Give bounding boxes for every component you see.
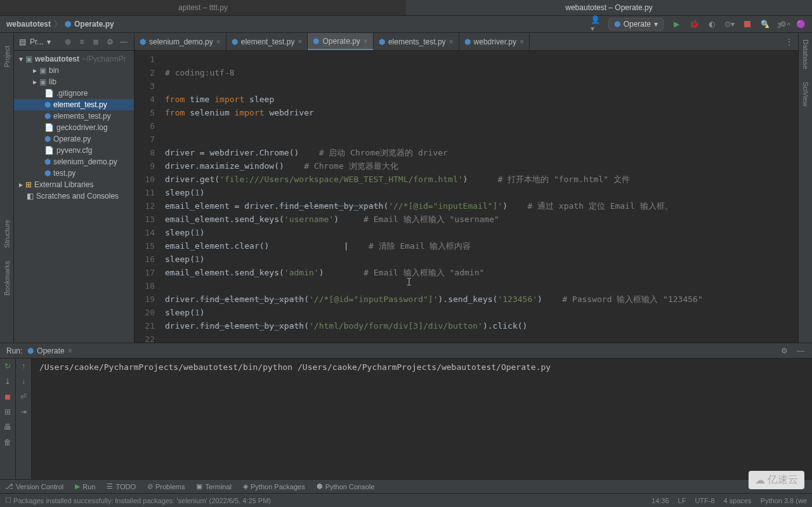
pyconsole-tool-tab[interactable]: ⬢Python Console bbox=[317, 482, 375, 491]
user-icon[interactable]: 👤▾ bbox=[591, 19, 601, 29]
tab-label: Operate.py bbox=[322, 37, 360, 46]
editor-tab[interactable]: ⬢element_test.py× bbox=[226, 33, 308, 50]
layout-icon[interactable]: ⊞ bbox=[3, 407, 13, 417]
tree-label: element_test.py bbox=[53, 100, 107, 109]
macos-tab-inactive[interactable]: apitest – tttt.py bbox=[0, 0, 406, 15]
breadcrumb-file[interactable]: Operate.py bbox=[74, 20, 114, 29]
close-icon[interactable]: × bbox=[520, 37, 524, 46]
editor-tab[interactable]: ⬢selenium_demo.py× bbox=[134, 33, 226, 50]
breadcrumb-project[interactable]: webautotest bbox=[6, 20, 51, 29]
profile-button[interactable]: ⊙▾ bbox=[724, 19, 735, 29]
tab-label: selenium_demo.py bbox=[149, 37, 213, 46]
code-content[interactable]: # coding:utf-8 from time import sleep fr… bbox=[165, 51, 798, 343]
stop-icon[interactable]: ◼ bbox=[3, 392, 13, 402]
rerun-icon[interactable]: ↻ bbox=[3, 361, 13, 371]
editor-tab[interactable]: ⬢elements_test.py× bbox=[374, 33, 459, 50]
terminal-tool-tab[interactable]: ▣Terminal bbox=[196, 482, 232, 491]
tree-file-selected[interactable]: ⬢element_test.py bbox=[14, 99, 134, 110]
console-output[interactable]: /Users/caoke/PycharmProjects/webautotest… bbox=[32, 359, 812, 479]
todo-tool-tab[interactable]: ☰TODO bbox=[107, 482, 136, 491]
tree-label: geckodriver.log bbox=[56, 123, 108, 132]
problems-tool-tab[interactable]: ⊘Problems bbox=[147, 482, 185, 491]
todo-icon: ☰ bbox=[107, 482, 113, 491]
tree-scratches[interactable]: ◧Scratches and Consoles bbox=[14, 190, 134, 202]
tree-ext-libs[interactable]: ▸⊞External Libraries bbox=[14, 179, 134, 190]
debug-button[interactable]: 🐞 bbox=[689, 19, 699, 29]
chevron-down-icon[interactable]: ▾ bbox=[47, 37, 51, 46]
project-tool-tab[interactable]: Project bbox=[3, 46, 11, 67]
tree-file[interactable]: 📄.gitignore bbox=[14, 88, 134, 99]
tree-file[interactable]: ⬢selenium_demo.py bbox=[14, 156, 134, 168]
python-icon: ⬢ bbox=[317, 482, 323, 491]
up-icon[interactable]: ↑ bbox=[18, 361, 29, 371]
tree-file[interactable]: 📄geckodriver.log bbox=[14, 122, 134, 133]
editor-body[interactable]: 12345678910111213141516171819202122 # co… bbox=[134, 51, 798, 343]
delete-icon[interactable]: 🗑 bbox=[3, 437, 13, 447]
close-icon[interactable]: × bbox=[298, 37, 302, 46]
run-tab[interactable]: ⬢ Operate × bbox=[22, 346, 77, 355]
editor-tab-active[interactable]: ⬢Operate.py× bbox=[308, 33, 373, 50]
project-panel: ▤ Pr... ▾ ⊕ ≡ ≣ ⚙ — ▾ ▣ webautotest ~/Py… bbox=[14, 33, 134, 343]
select-opened-icon[interactable]: ⊕ bbox=[63, 37, 73, 47]
macos-tab-active[interactable]: webautotest – Operate.py bbox=[406, 0, 812, 15]
settings-icon[interactable]: ⚙ bbox=[105, 37, 115, 47]
right-toolwindow-bar: Database SciView bbox=[798, 33, 812, 343]
folder-icon: ▣ bbox=[39, 77, 46, 86]
close-icon[interactable]: × bbox=[449, 37, 454, 46]
run-tool-tab[interactable]: ▶Run bbox=[75, 482, 95, 491]
tree-folder-bin[interactable]: ▸▣bin bbox=[14, 65, 134, 76]
project-panel-header: ▤ Pr... ▾ ⊕ ≡ ≣ ⚙ — bbox=[14, 33, 134, 51]
play-icon: ▶ bbox=[75, 482, 80, 491]
scroll-end-icon[interactable]: ⇥ bbox=[18, 407, 29, 417]
step-icon[interactable]: ⤓ bbox=[3, 376, 13, 386]
tree-file[interactable]: ⬢Operate.py bbox=[14, 133, 134, 145]
stop-button[interactable] bbox=[742, 19, 752, 29]
structure-tool-tab[interactable]: Structure bbox=[3, 220, 11, 248]
project-tree[interactable]: ▾ ▣ webautotest ~/PycharmPr ▸▣bin ▸▣lib … bbox=[14, 51, 134, 204]
library-icon: ⊞ bbox=[25, 180, 32, 189]
down-icon[interactable]: ↓ bbox=[18, 376, 29, 386]
settings-icon[interactable]: ⚙ bbox=[779, 346, 789, 356]
print-icon[interactable]: 🖶 bbox=[3, 422, 13, 432]
editor-tab[interactable]: ⬢webdriver.py× bbox=[459, 33, 530, 50]
interpreter[interactable]: Python 3.8 (we bbox=[761, 497, 807, 504]
tree-root[interactable]: ▾ ▣ webautotest ~/PycharmPr bbox=[14, 53, 134, 65]
package-icon: ◈ bbox=[243, 482, 248, 491]
pkg-tool-tab[interactable]: ◈Python Packages bbox=[243, 482, 305, 491]
tab-label: element_test.py bbox=[241, 37, 295, 46]
tree-file[interactable]: 📄pyvenv.cfg bbox=[14, 145, 134, 156]
tree-file[interactable]: ⬢test.py bbox=[14, 168, 134, 179]
bookmarks-tool-tab[interactable]: Bookmarks bbox=[3, 261, 11, 296]
collapse-all-icon[interactable]: ≣ bbox=[91, 37, 101, 47]
run-button[interactable]: ▶ bbox=[671, 19, 681, 29]
soft-wrap-icon[interactable]: ⏎ bbox=[18, 392, 29, 402]
chevron-down-icon: ▾ bbox=[654, 20, 658, 29]
terminal-icon: ▣ bbox=[196, 482, 202, 491]
tree-label: pyvenv.cfg bbox=[56, 146, 92, 155]
python-icon: ⬢ bbox=[44, 157, 51, 166]
close-icon[interactable]: × bbox=[216, 37, 221, 46]
run-config-selector[interactable]: ⬢ Operate ▾ bbox=[608, 18, 664, 30]
caret-position[interactable]: 14:36 bbox=[652, 497, 669, 504]
project-view-name[interactable]: Pr... bbox=[30, 37, 43, 46]
python-icon: ⬢ bbox=[313, 37, 319, 46]
tabs-menu-icon[interactable]: ⋮ bbox=[780, 37, 798, 46]
hide-icon[interactable]: — bbox=[796, 346, 806, 356]
line-separator[interactable]: LF bbox=[678, 497, 686, 504]
event-log-icon[interactable]: ☐ bbox=[5, 496, 11, 504]
indent-settings[interactable]: 4 spaces bbox=[724, 497, 752, 504]
hide-icon[interactable]: — bbox=[119, 37, 129, 47]
folder-icon: ▣ bbox=[25, 55, 32, 63]
run-panel: Run: ⬢ Operate × ⚙ — ↻ ⤓ ◼ ⊞ 🖶 🗑 ↑ ↓ ⏎ ⇥… bbox=[0, 343, 812, 479]
close-icon[interactable]: × bbox=[68, 346, 72, 355]
database-tool-tab[interactable]: Database bbox=[802, 39, 809, 69]
tree-file[interactable]: ⬢elements_test.py bbox=[14, 110, 134, 122]
sciview-tool-tab[interactable]: SciView bbox=[802, 82, 809, 107]
tree-folder-lib[interactable]: ▸▣lib bbox=[14, 76, 134, 88]
close-icon[interactable]: × bbox=[363, 37, 368, 46]
python-icon: ⬢ bbox=[614, 20, 620, 29]
expand-all-icon[interactable]: ≡ bbox=[77, 37, 87, 47]
encoding[interactable]: UTF-8 bbox=[695, 497, 714, 504]
coverage-button[interactable]: ◐ bbox=[707, 19, 717, 29]
vcs-tool-tab[interactable]: ⎇Version Control bbox=[5, 482, 63, 491]
